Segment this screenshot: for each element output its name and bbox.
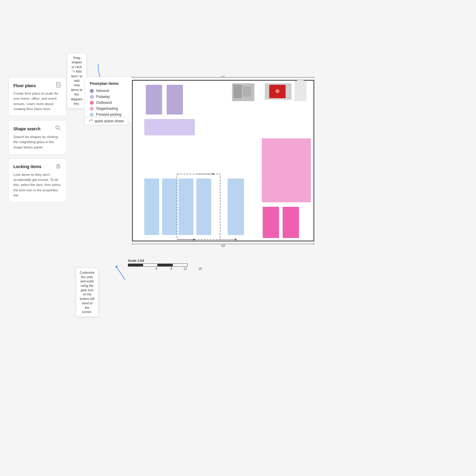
legend-box: Floorplan items Inbound Putaway Outbound… [84,77,135,123]
scale-section: Scale 1:64 4' 8' 12' 16' [128,259,202,270]
share-button[interactable]: quick-action-share [84,117,128,125]
floor-plans-body: Create floor plans to-scale for your hom… [13,91,61,112]
legend-item-putaway: Putaway [90,95,129,99]
lock-icon [55,163,61,170]
svg-point-9 [58,167,59,167]
svg-rect-34 [283,207,299,238]
locking-items-body: Lock items so they don't accidentally ge… [13,172,61,198]
svg-rect-22 [146,85,162,115]
forward-dot [90,113,94,117]
legend-item-inbound: Inbound [90,89,129,93]
shape-search-body: Search for shapes by clicking the magnif… [13,134,61,150]
svg-rect-35 [144,178,159,235]
putaway-dot [90,95,94,99]
bottom-tooltip-bubble: Customize the units and scale using the … [76,268,98,317]
svg-text:⊕: ⊕ [275,88,280,94]
left-panel: Floor plans Create floor plans to-scale … [8,77,66,206]
outbound-label: Outbound [96,101,112,105]
scale-seg-2 [143,264,158,267]
putaway-label: Putaway [96,95,110,99]
svg-rect-33 [263,207,279,238]
svg-rect-36 [162,178,177,235]
svg-rect-26 [234,85,242,98]
svg-text:43': 43' [221,76,225,77]
scale-tick-labels: 4' 8' 12' 16' [128,267,202,270]
svg-rect-27 [243,86,251,97]
floor-plans-card: Floor plans Create floor plans to-scale … [8,77,66,116]
share-icon [89,119,93,123]
floorplan-svg: 43' 43' 35-7' 35-7' ⊕ [128,76,318,247]
inbound-dot [90,89,94,93]
svg-rect-23 [167,85,183,115]
bottom-tooltip-area: Customize the units and scale using the … [76,268,87,279]
scale-seg-1 [128,264,143,267]
locking-items-card: Locking items Lock items so they don't a… [8,159,66,202]
stage-label: Stage/loading [96,107,118,111]
svg-rect-46 [228,178,244,235]
legend-item-forward: Forward picking [90,112,129,117]
forward-label: Forward picking [96,112,121,117]
legend-item-stage: Stage/loading [90,107,129,111]
scale-bar [128,264,202,267]
floor-plans-title: Floor plans [13,83,36,88]
svg-rect-45 [196,178,211,235]
locking-items-title: Locking items [13,164,41,169]
floor-plans-header: Floor plans [13,82,61,89]
bottom-tooltip-text: Customize the units and scale using the … [80,271,95,314]
inbound-label: Inbound [96,89,109,93]
stage-dot [90,107,94,111]
svg-rect-32 [262,138,311,202]
svg-line-5 [59,129,60,130]
locking-items-header: Locking items [13,163,61,170]
scale-tick-4: 4' [143,267,158,270]
svg-rect-31 [295,82,306,101]
shape-search-title: Shape search [13,126,40,131]
top-tooltip-bubble: Drag shapes or click "+ Add Item" to add… [67,53,87,109]
scale-label: Scale 1:64 [128,259,202,262]
scale-tooltip-arrow [113,265,128,283]
shape-search-header: Shape search [13,125,61,133]
scale-tick-12: 12' [173,267,187,270]
top-tooltip-area: Drag shapes or click "+ Add Item" to add… [67,53,78,64]
scale-tick-8: 8' [158,267,173,270]
share-button-label: quick-action-share [95,119,124,123]
svg-text:43': 43' [221,244,225,247]
scale-tick-16: 16' [187,267,202,270]
svg-marker-47 [115,265,117,268]
scale-tick-0 [128,267,143,270]
scale-seg-4 [173,264,187,267]
share-button-area: quick-action-share [84,117,128,125]
legend-item-outbound: Outbound [90,101,129,105]
floor-plans-icon [55,82,61,89]
top-tooltip-text: Drag shapes or click "+ Add Item" to add… [71,56,83,105]
scale-seg-3 [158,264,173,267]
shape-search-icon [55,125,61,133]
svg-rect-24 [144,119,195,135]
svg-rect-44 [178,178,193,235]
legend-title: Floorplan items [90,81,129,86]
svg-point-4 [56,126,59,129]
shape-search-card: Shape search Search for shapes by clicki… [8,120,66,154]
outbound-dot [90,101,94,105]
